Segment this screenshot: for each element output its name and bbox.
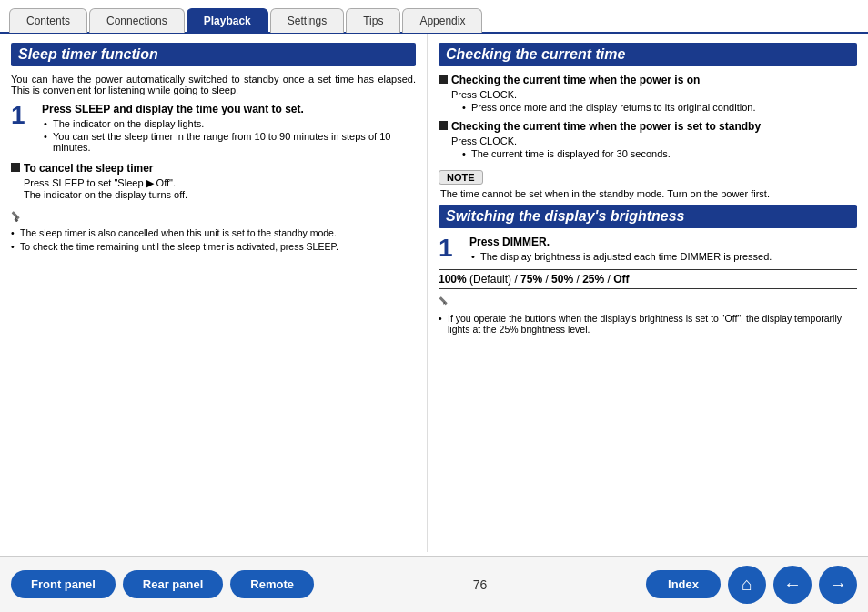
tab-tips[interactable]: Tips xyxy=(346,8,400,33)
home-icon: ⌂ xyxy=(742,574,752,595)
tab-playback[interactable]: Playback xyxy=(187,8,268,33)
footnote-1: The sleep timer is also cancelled when t… xyxy=(11,227,416,238)
standby-bullets: The current time is displayed for 30 sec… xyxy=(439,148,857,159)
right-column: Checking the current time Checking the c… xyxy=(428,34,868,552)
sleep-timer-header: Sleep timer function xyxy=(11,43,416,66)
checking-time-header: Checking the current time xyxy=(439,43,857,66)
brightness-header: Switching the display's brightness xyxy=(439,205,857,228)
power-on-bullets: Press once more and the display returns … xyxy=(439,102,857,113)
cancel-body2: The indicator on the display turns off. xyxy=(11,189,416,200)
step1-bullets: The indicator on the display lights. You… xyxy=(42,118,416,153)
power-on-section: Checking the current time when the power… xyxy=(439,74,857,113)
step1-content: Press SLEEP and display the time you wan… xyxy=(42,103,416,155)
brightness-bullets: The display brightness is adjusted each … xyxy=(469,251,857,262)
standby-bullet-1: The current time is displayed for 30 sec… xyxy=(460,148,857,159)
standby-title: Checking the current time when the power… xyxy=(439,120,857,133)
dimmer-values: 100% (Default) / 75% / 50% / 25% / Off xyxy=(439,269,857,289)
step1-bullet-2: You can set the sleep timer in the range… xyxy=(42,131,416,153)
pencil-icon xyxy=(11,207,25,222)
dimmer-rest: (Default) / 75% / 50% / 25% / Off xyxy=(467,273,630,286)
front-panel-button[interactable]: Front panel xyxy=(11,570,116,598)
pencil-area xyxy=(11,207,416,225)
index-button[interactable]: Index xyxy=(646,570,721,598)
rear-panel-button[interactable]: Rear panel xyxy=(123,570,223,598)
power-on-bullet-1: Press once more and the display returns … xyxy=(460,102,857,113)
nav-buttons-left: Front panel Rear panel Remote xyxy=(11,570,314,598)
note-label: NOTE xyxy=(439,170,483,185)
cancel-body1: Press SLEEP to set "Sleep ▶ Off". xyxy=(11,177,416,189)
note-text: The time cannot be set when in the stand… xyxy=(439,188,857,199)
tabs-bar: Contents Connections Playback Settings T… xyxy=(0,0,868,34)
step-number-1: 1 xyxy=(11,103,36,128)
tab-settings[interactable]: Settings xyxy=(270,8,344,33)
brightness-step-num: 1 xyxy=(439,236,464,261)
nav-buttons-right: Index ⌂ ← → xyxy=(646,566,857,604)
dimmer-bold: 100% xyxy=(439,273,467,286)
back-icon: ← xyxy=(783,574,802,595)
tab-contents[interactable]: Contents xyxy=(9,8,87,33)
bottom-bar: Front panel Rear panel Remote 76 Index ⌂… xyxy=(0,556,868,612)
pencil-icon-2 xyxy=(439,293,453,307)
cancel-sleep-title: To cancel the sleep timer xyxy=(11,162,416,175)
brightness-bullet-1: The display brightness is adjusted each … xyxy=(469,251,857,262)
footnote-2: To check the time remaining until the sl… xyxy=(11,241,416,252)
black-square-icon-3 xyxy=(439,121,448,130)
back-button[interactable]: ← xyxy=(773,566,812,604)
brightness-step1: 1 Press DIMMER. The display brightness i… xyxy=(439,236,857,264)
black-square-icon xyxy=(11,163,20,172)
pencil-area-2 xyxy=(439,293,857,310)
forward-icon: → xyxy=(829,574,847,595)
standby-section: Checking the current time when the power… xyxy=(439,120,857,159)
cancel-sleep-section: To cancel the sleep timer Press SLEEP to… xyxy=(11,162,416,200)
tab-connections[interactable]: Connections xyxy=(89,8,185,33)
step1-title: Press SLEEP and display the time you wan… xyxy=(42,103,416,115)
forward-button[interactable]: → xyxy=(819,566,857,604)
note-area: NOTE The time cannot be set when in the … xyxy=(439,166,857,199)
sleep-step1: 1 Press SLEEP and display the time you w… xyxy=(11,103,416,155)
power-on-title: Checking the current time when the power… xyxy=(439,74,857,86)
svg-rect-3 xyxy=(439,296,448,305)
brightness-step-title: Press DIMMER. xyxy=(469,236,857,248)
brightness-step-content: Press DIMMER. The display brightness is … xyxy=(469,236,857,264)
home-button[interactable]: ⌂ xyxy=(728,566,766,604)
standby-body: Press CLOCK. xyxy=(439,135,857,146)
sleep-timer-intro: You can have the power automatically swi… xyxy=(11,74,416,95)
tab-appendix[interactable]: Appendix xyxy=(402,8,482,33)
page-number: 76 xyxy=(473,577,488,592)
remote-button[interactable]: Remote xyxy=(230,570,314,598)
power-on-body: Press CLOCK. xyxy=(439,89,857,100)
left-column: Sleep timer function You can have the po… xyxy=(0,34,428,552)
main-content: Sleep timer function You can have the po… xyxy=(0,34,868,552)
brightness-footnote: If you operate the buttons when the disp… xyxy=(439,313,857,335)
black-square-icon-2 xyxy=(439,75,448,84)
step1-bullet-1: The indicator on the display lights. xyxy=(42,118,416,129)
